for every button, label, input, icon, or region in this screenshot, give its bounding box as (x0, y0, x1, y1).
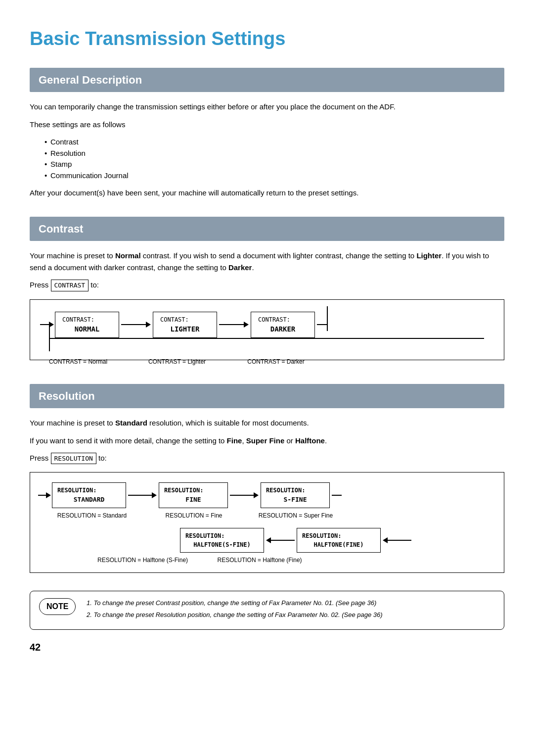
res-caption-sfine: RESOLUTION = Super Fine (256, 511, 336, 520)
contrast-lighter-bold: Lighter (416, 251, 442, 260)
general-description-header: General Description (30, 68, 504, 92)
resolution-bottom-row: RESOLUTION: HALFTONE(S-FINE) RESOLUTION:… (38, 528, 496, 553)
note-item-2: To change the preset Resolution position… (93, 610, 382, 620)
res-box-fine: RESOLUTION: FINE (159, 482, 228, 508)
resolution-body1: Your machine is preset to Standard resol… (30, 417, 504, 429)
settings-list: Contrast Resolution Stamp Communication … (44, 137, 504, 181)
res-caption-standard: RESOLUTION = Standard (52, 511, 132, 520)
resolution-diagram: RESOLUTION: STANDARD RESOLUTION: FINE RE… (30, 472, 504, 573)
resolution-standard-bold: Standard (115, 419, 147, 427)
contrast-darker-bold: Darker (228, 263, 252, 272)
resolution-header: Resolution (30, 384, 504, 408)
contrast-normal-bold: Normal (115, 251, 141, 260)
resolution-section: Resolution Your machine is preset to Sta… (30, 384, 504, 573)
list-item-stamp: Stamp (44, 159, 504, 170)
res-caption-fine: RESOLUTION = Fine (154, 511, 234, 520)
general-desc-body1: You can temporarily change the transmiss… (30, 101, 504, 113)
list-item-resolution: Resolution (44, 148, 504, 159)
contrast-box-normal: CONTRAST: NORMAL (55, 312, 119, 338)
note-label: NOTE (39, 598, 76, 615)
resolution-top-captions: RESOLUTION = Standard RESOLUTION = Fine … (38, 511, 496, 520)
note-content: To change the preset Contrast position, … (86, 598, 382, 623)
res-box-halftone-sfine: RESOLUTION: HALFTONE(S-FINE) (180, 528, 264, 553)
res-box-standard: RESOLUTION: STANDARD (52, 482, 126, 508)
resolution-fine-bold: Fine (227, 436, 242, 445)
contrast-header: Contrast (30, 217, 504, 241)
resolution-body2: If you want to send it with more detail,… (30, 435, 504, 447)
contrast-section: Contrast Your machine is preset to Norma… (30, 217, 504, 366)
contrast-body: Your machine is preset to Normal contras… (30, 250, 504, 274)
resolution-key: RESOLUTION (51, 453, 96, 465)
res-box-halftone-fine: RESOLUTION: HALFTONE(FINE) (297, 528, 381, 553)
contrast-press-label: Press CONTRAST to: (30, 280, 504, 291)
contrast-diagram: CONTRAST: NORMAL CONTAST: LIGHTER CONTRA… (30, 299, 504, 360)
page-number: 42 (30, 640, 504, 655)
contrast-box-darker: CONTRAST: DARKER (251, 312, 315, 338)
note-item-1: To change the preset Contrast position, … (93, 598, 382, 609)
note-box: NOTE To change the preset Contrast posit… (30, 591, 504, 630)
resolution-halftone-bold: Halftone (295, 436, 325, 445)
general-desc-body2: These settings are as follows (30, 119, 504, 131)
resolution-top-row: RESOLUTION: STANDARD RESOLUTION: FINE RE… (38, 482, 496, 508)
res-caption-halftone-fine: RESOLUTION = Halftone (Fine) (215, 556, 305, 565)
list-item-comm-journal: Communication Journal (44, 170, 504, 182)
resolution-press-label: Press RESOLUTION to: (30, 453, 504, 465)
contrast-box-lighter: CONTAST: LIGHTER (153, 312, 217, 338)
contrast-key: CONTRAST (51, 280, 89, 291)
res-box-sfine: RESOLUTION: S-FINE (261, 482, 330, 508)
res-caption-halftone-sfine: RESOLUTION = Halftone (S-Fine) (97, 556, 188, 565)
general-description-section: General Description You can temporarily … (30, 68, 504, 199)
page-title: Basic Transmission Settings (30, 20, 504, 53)
general-desc-body3: After your document(s) have been sent, y… (30, 187, 504, 199)
resolution-superfine-bold: Super Fine (246, 436, 285, 445)
resolution-bottom-captions: RESOLUTION = Halftone (S-Fine) RESOLUTIO… (38, 556, 496, 565)
list-item-contrast: Contrast (44, 137, 504, 148)
